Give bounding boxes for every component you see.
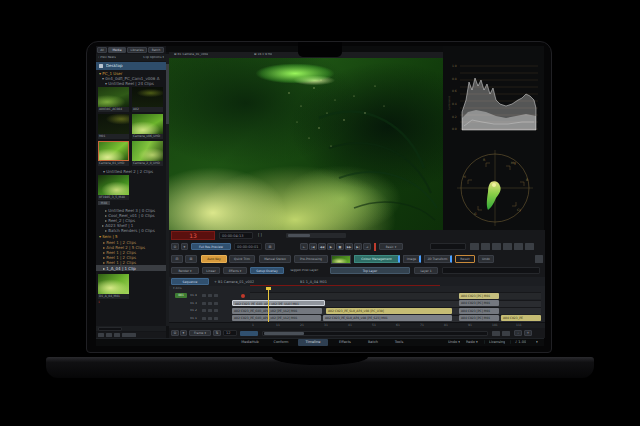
track-visibility-icon[interactable] <box>202 309 206 312</box>
view-toggle-button[interactable] <box>502 331 510 336</box>
swap-button[interactable]: ⇅ <box>213 330 221 336</box>
app-tab-mediahub[interactable]: MediaHub <box>236 340 264 344</box>
track-lock-icon[interactable] <box>208 294 212 297</box>
timecode-field[interactable]: 00:00:04:13 <box>219 232 253 239</box>
track-solo-icon[interactable] <box>214 309 218 312</box>
range-chip[interactable] <box>240 331 258 336</box>
track-lock-icon[interactable] <box>208 309 212 312</box>
record-indicator[interactable] <box>241 294 245 298</box>
pre-processing-button[interactable]: Pre-Processing <box>294 255 328 263</box>
row-b-button[interactable] <box>470 243 479 250</box>
clip-thumbnail[interactable] <box>98 114 129 134</box>
step-back-button[interactable]: |◀ <box>309 243 317 250</box>
go-start-button[interactable]: ⇤ <box>300 243 308 250</box>
timeline-clip[interactable]: A02 C023_PE_G03_AP4_v02 [PE_UL2] M01 <box>232 315 321 321</box>
licensing-menu[interactable]: Licensing <box>489 340 505 344</box>
step-fwd-button[interactable]: ▶| <box>354 243 362 250</box>
play-button[interactable]: ▶ <box>327 243 335 250</box>
quick-trim-button[interactable]: Quick Trim <box>229 255 255 263</box>
clip-thumbnail[interactable] <box>98 274 129 294</box>
row-b-field[interactable] <box>430 243 466 250</box>
go-end-button[interactable]: ⇥ <box>363 243 371 250</box>
snap-dropdown[interactable]: ▾ <box>180 330 187 336</box>
zoom-in-button[interactable]: + <box>524 330 532 336</box>
auto-key-button[interactable]: Auto Key <box>201 255 227 263</box>
footer-button[interactable] <box>106 333 112 337</box>
tree-item[interactable]: ▾ Untitled Reel | 24 Clips <box>105 81 165 86</box>
colour-management-button[interactable]: Colour Management <box>354 255 400 263</box>
timeline-clip[interactable]: A02 C023_PE_G03_AP4_v02 [PE_UL2] M01 <box>232 308 322 314</box>
transform-2d-button[interactable]: 2D Transform <box>424 255 452 263</box>
row-b-button[interactable] <box>525 243 534 250</box>
row-b-button[interactable] <box>514 243 523 250</box>
stop-button[interactable]: ■ <box>336 243 344 250</box>
media-tab-media[interactable]: Media <box>108 47 126 53</box>
track-solo-icon[interactable] <box>214 302 218 305</box>
timeline-clip[interactable]: A02 C023_PE_SL0_AP4_v08 [PC_U39] <box>326 308 452 314</box>
timeline-clip[interactable]: A04 C023_PE <box>501 315 541 321</box>
manual-stereo-button[interactable]: Manual Stereo <box>259 255 291 263</box>
zoom-value-field[interactable]: 12 <box>223 330 237 336</box>
tree-item[interactable]: ▾ Untitled Reel 2 | 2 Clips <box>103 169 165 174</box>
track-lock-icon[interactable] <box>208 302 212 305</box>
timeline-clip-selected[interactable]: A02 C023_PE_G03_AP4_v02 [PE_ULQ] M01 <box>232 300 325 306</box>
row-b-button[interactable] <box>492 243 501 250</box>
timeline-clip[interactable]: A04 C023 [PC] M01 <box>459 300 499 306</box>
mode-dropdown[interactable]: Basic ▾ <box>379 243 403 250</box>
effects-dropdown[interactable]: Effects ▾ <box>223 267 247 274</box>
clip-thumbnail[interactable] <box>132 141 163 161</box>
viewer-format[interactable]: ⊞ 16 x 9 HD <box>254 53 272 57</box>
frame-mode-dropdown[interactable]: Frame ▾ <box>189 330 211 336</box>
clip-thumbnail[interactable] <box>98 87 129 107</box>
footer-button[interactable] <box>122 333 136 337</box>
track-lock-icon[interactable] <box>208 317 212 320</box>
tagged-pixel-value[interactable]: Top Layer <box>330 267 410 274</box>
rewind-button[interactable]: ◀◀ <box>318 243 326 250</box>
h-scrollbar-thumb[interactable] <box>264 332 304 335</box>
fx-preview-thumbnail[interactable] <box>331 255 351 264</box>
render-dropdown[interactable]: Render ▾ <box>171 267 199 274</box>
sequence-tab[interactable]: Sequence <box>171 278 209 285</box>
name-input[interactable] <box>442 267 540 274</box>
clip-thumbnail[interactable] <box>98 175 129 195</box>
footer-button[interactable] <box>114 333 120 337</box>
clip-thumbnail-selected[interactable] <box>98 141 129 161</box>
tree-reel-selected[interactable]: ▸ 1_A_04 | 1 Clip <box>103 266 165 271</box>
dropdown-button[interactable]: ▾ <box>181 243 188 250</box>
target-button[interactable]: ⊙ <box>171 243 179 250</box>
timeline-clip[interactable]: A04 C023 [PC] M01 <box>459 315 499 321</box>
undo-menu[interactable]: Undo ▾ <box>448 340 460 344</box>
preview-mode-button[interactable]: Full Res Preview <box>191 243 231 250</box>
linear-button[interactable]: Linear <box>202 267 220 274</box>
prev-reels-button[interactable]: ‹ Prev Reels <box>98 56 116 60</box>
track-visibility-icon[interactable] <box>202 317 206 320</box>
clip-thumbnail[interactable] <box>132 87 163 107</box>
timeline-clip[interactable]: A04 C023 [PC] M01 <box>459 308 499 314</box>
row-b-button[interactable] <box>481 243 490 250</box>
playhead-line[interactable] <box>268 287 269 322</box>
track-solo-icon[interactable] <box>214 294 218 297</box>
app-tab-conform[interactable]: Conform <box>268 340 294 344</box>
app-tab-timeline[interactable]: Timeline <box>298 340 328 344</box>
progress-thumb[interactable] <box>288 234 310 237</box>
track-visibility-icon[interactable] <box>202 302 206 305</box>
snap-button[interactable]: ⊙ <box>171 330 179 336</box>
timeline-ruler[interactable] <box>169 322 545 328</box>
media-footer-field[interactable] <box>98 327 122 331</box>
result-view-button[interactable]: Result <box>455 255 475 263</box>
tree-group[interactable]: ▾ Sem | 5 <box>99 234 165 239</box>
ffwd-button[interactable]: ▶▶ <box>345 243 353 250</box>
layer-button[interactable]: Layer 1 <box>414 267 438 274</box>
media-tab-batch[interactable]: Batch <box>148 47 164 53</box>
image-button[interactable]: Image <box>403 255 421 263</box>
sequence-clip-b[interactable]: B1 1_A_04 M01 <box>300 280 327 284</box>
track-solo-icon[interactable] <box>214 317 218 320</box>
app-tab-effects[interactable]: Effects <box>332 340 358 344</box>
tree-item[interactable]: ▸ Batch Renders | 0 Clips <box>105 228 165 233</box>
fx-corner-button[interactable] <box>535 255 543 263</box>
audio-level-indicator[interactable]: ♪ 1.00 <box>515 340 526 344</box>
media-tab-libraries[interactable]: Libraries <box>127 47 147 53</box>
app-tab-tools[interactable]: Tools <box>388 340 410 344</box>
clip-options-button[interactable]: Clip Options ▾ <box>132 56 164 60</box>
timeline-clip[interactable]: A04 C023 [PC] M01 <box>459 293 499 299</box>
